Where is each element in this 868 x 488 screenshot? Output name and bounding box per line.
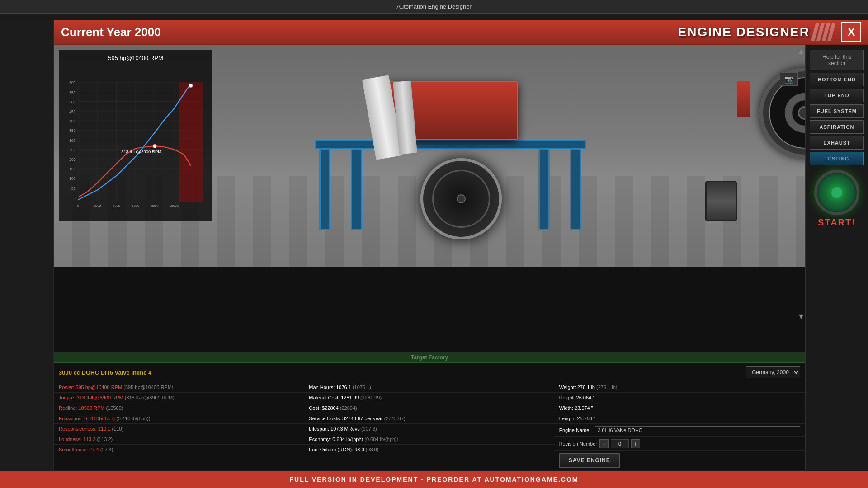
barrel [705, 181, 737, 221]
stat-responsiveness: Responsiveness: 110.1 (110) [54, 424, 304, 434]
svg-text:318 ft-lb@8900 RPM: 318 ft-lb@8900 RPM [121, 149, 161, 154]
engine-desc-row: 3000 cc DOHC DI I6 Valve Inline 4 German… [54, 363, 805, 382]
engine-name-label: Engine Name: [559, 427, 591, 433]
aspiration-button[interactable]: ASPIRATION [810, 120, 864, 134]
svg-text:350: 350 [69, 128, 75, 133]
bottom-end-button[interactable]: BOTTOM END [810, 73, 864, 86]
stat-height: Height: 26.064 " [555, 393, 805, 403]
stat-weight: Weight: 276.1 lb (276.1 lb) [555, 382, 805, 393]
country-dropdown[interactable]: Germany, 2000 USA, 2000 Japan, 2000 [746, 366, 800, 378]
graph-power-label: 595 hp@10400 RPM [64, 55, 208, 61]
header-bar: Current Year 2000 ENGINE DESIGNER X [54, 20, 868, 45]
stat-materialcost: Material Cost: 1281.99 (1281.99) [304, 393, 554, 403]
scroll-down-arrow[interactable]: ▼ [797, 313, 805, 321]
camera-button[interactable]: 📷 [780, 72, 798, 86]
preorder-label: FULL VERSION IN DEVELOPMENT - PREORDER A… [289, 476, 578, 483]
start-button-area: START! [814, 170, 859, 228]
revision-label: Revision Number [559, 441, 597, 446]
svg-text:300: 300 [69, 138, 75, 143]
main-window: Current Year 2000 ENGINE DESIGNER X [54, 20, 868, 470]
fuel-system-button[interactable]: FUEL SYSTEM [810, 104, 864, 118]
svg-text:4000: 4000 [113, 204, 120, 208]
fire-extinguisher [737, 81, 750, 117]
engine-name-input[interactable] [595, 426, 800, 434]
frame-h1 [315, 140, 586, 149]
testing-button[interactable]: TESTING [810, 152, 864, 165]
title-bar-label: Automation Engine Designer [396, 3, 472, 10]
svg-text:400: 400 [69, 119, 75, 123]
viewport: 595 hp@10400 RPM [54, 45, 868, 267]
svg-text:450: 450 [69, 109, 75, 114]
header-stripes [813, 23, 833, 41]
left-sidebar [0, 20, 54, 471]
graph-overlay: 595 hp@10400 RPM [59, 50, 212, 221]
svg-rect-20 [179, 82, 203, 202]
svg-point-41 [153, 144, 156, 148]
svg-point-40 [189, 84, 193, 87]
revision-row: Revision Number - 0 + [555, 437, 805, 451]
engine-designer-title: ENGINE DESIGNER [678, 25, 810, 39]
graph-svg: 600 550 500 450 400 350 300 250 200 150 … [64, 64, 208, 225]
target-factory-bar: Target Factory [54, 352, 805, 363]
scroll-up-arrow[interactable]: ▲ [797, 47, 805, 56]
stats-col2: Man Hours: 1076.1 (1076.1) Material Cost… [304, 382, 554, 470]
frame-leg-2 [351, 149, 362, 230]
stat-emissions: Emissions: 0.410 lb/(hph) (0.410 lb/(hph… [54, 413, 304, 424]
title-bar: Automation Engine Designer [0, 0, 868, 14]
stat-redline: Redline: 10500 RPM (10500) [54, 403, 304, 413]
stats-col3: Weight: 276.1 lb (276.1 lb) Height: 26.0… [555, 382, 805, 470]
stat-servicecosts: Service Costs: $2743.67 per year (2743.6… [304, 413, 554, 424]
save-engine-area: Save Engine [555, 451, 805, 470]
frame-leg-1 [319, 149, 330, 230]
stat-width: Width: 23.674 " [555, 403, 805, 413]
stats-grid: Power: 595 hp@10400 RPM (595 hp@10400 RP… [54, 382, 805, 470]
svg-text:10000: 10000 [169, 204, 179, 208]
stat-loudness: Loudness: 113.2 (113.2) [54, 434, 304, 445]
right-panel: Help for this section BOTTOM END TOP END… [805, 45, 868, 470]
svg-text:150: 150 [69, 167, 75, 171]
frame-leg-3 [538, 149, 550, 230]
engine-description: 3000 cc DOHC DI I6 Valve Inline 4 [59, 369, 151, 376]
stat-cost: Cost: $22804 (22804) [304, 403, 554, 413]
svg-text:2000: 2000 [94, 204, 101, 208]
svg-text:0: 0 [74, 196, 76, 200]
svg-text:6000: 6000 [132, 204, 139, 208]
target-country-row: Germany, 2000 USA, 2000 Japan, 2000 [746, 366, 800, 378]
help-section-button[interactable]: Help for this section [810, 50, 864, 70]
current-year: Current Year 2000 [61, 25, 161, 39]
stat-power: Power: 595 hp@10400 RPM (595 hp@10400 RP… [54, 382, 304, 393]
stat-torque: Torque: 318 ft-lb@8900 RPM (318 ft-lb@89… [54, 393, 304, 403]
svg-text:8000: 8000 [151, 204, 158, 208]
start-label: START! [818, 217, 856, 228]
save-engine-button[interactable]: Save Engine [559, 453, 620, 468]
close-button[interactable]: X [841, 22, 861, 42]
svg-text:250: 250 [69, 148, 75, 152]
stat-manhours: Man Hours: 1076.1 (1076.1) [304, 382, 554, 393]
revision-plus-button[interactable]: + [631, 439, 640, 448]
target-factory-label: Target Factory [411, 354, 448, 361]
stat-length: Length: 25.756 " [555, 413, 805, 424]
stats-col1: Power: 595 hp@10400 RPM (595 hp@10400 RP… [54, 382, 304, 470]
revision-value: 0 [611, 439, 629, 448]
exhaust-button[interactable]: EXHAUST [810, 136, 864, 150]
stat-fueloctane: Fuel Octane (RON): 98.0 (98.0) [304, 445, 554, 455]
engine-name-row: Engine Name: [555, 424, 805, 437]
start-dial-button[interactable] [814, 170, 859, 215]
svg-text:50: 50 [71, 186, 76, 191]
top-end-button[interactable]: TOP END [810, 89, 864, 102]
stat-smoothness: Smoothness: 27.4 (27.4) [54, 445, 304, 455]
start-dial-inner [830, 186, 844, 199]
stat-lifespan: Lifespan: 107.3 MRevs (107.3) [304, 424, 554, 434]
preorder-bar: FULL VERSION IN DEVELOPMENT - PREORDER A… [0, 471, 868, 488]
revision-minus-button[interactable]: - [599, 439, 609, 448]
info-panel: Target Factory 3000 cc DOHC DI I6 Valve … [54, 352, 805, 470]
svg-text:500: 500 [69, 100, 75, 104]
svg-text:200: 200 [69, 157, 75, 162]
svg-text:0: 0 [77, 204, 79, 208]
svg-text:600: 600 [69, 80, 75, 85]
svg-text:100: 100 [69, 176, 75, 181]
stat-economy: Economy: 0.684 lb/(hph) (0.684 lb/(hph)) [304, 434, 554, 445]
camera-icon: 📷 [784, 75, 793, 84]
speedometer-dial [420, 158, 502, 239]
svg-text:550: 550 [69, 90, 75, 95]
